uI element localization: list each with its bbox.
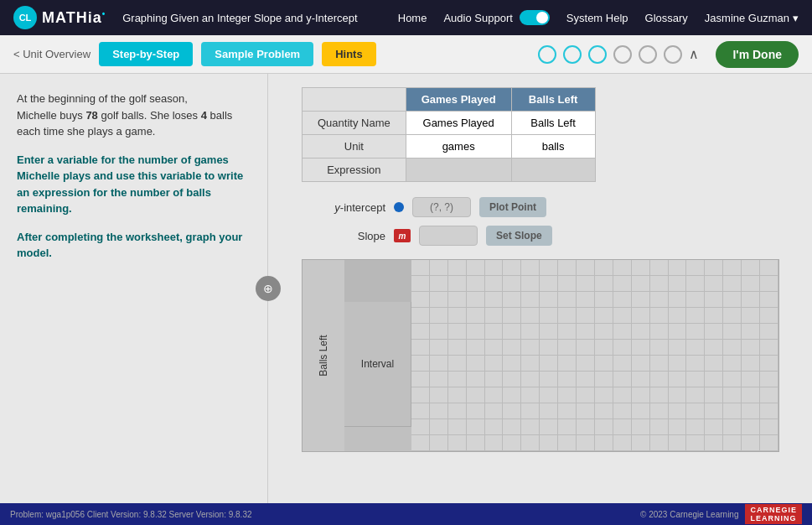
row3-col2[interactable] bbox=[511, 159, 595, 182]
grid-cell bbox=[411, 419, 430, 435]
grid-cell bbox=[595, 435, 613, 451]
grid-cell bbox=[650, 340, 669, 356]
row2-col1[interactable]: games bbox=[406, 135, 511, 159]
grid-cell bbox=[595, 292, 613, 308]
grid-cell bbox=[650, 308, 669, 324]
grid-cell bbox=[577, 387, 595, 403]
grid-cell bbox=[411, 435, 430, 451]
row1-col2[interactable]: Balls Left bbox=[511, 112, 595, 135]
grid-cell bbox=[650, 276, 669, 292]
audio-toggle[interactable] bbox=[520, 10, 550, 25]
col2-header: Balls Left bbox=[511, 88, 595, 112]
grid-cell bbox=[467, 372, 485, 387]
set-slope-button[interactable]: Set Slope bbox=[486, 226, 552, 246]
grid-cell bbox=[485, 308, 504, 324]
grid-cell bbox=[760, 292, 778, 308]
grid-cell bbox=[430, 372, 448, 387]
grid-cell bbox=[723, 403, 742, 419]
grid-cell bbox=[705, 356, 723, 372]
system-help-link[interactable]: System Help bbox=[566, 12, 628, 24]
grid-cell bbox=[632, 340, 650, 356]
grid-cell bbox=[485, 435, 504, 451]
grid-cell bbox=[595, 324, 613, 340]
toolbar: < Unit Overview Step-by-Step Sample Prob… bbox=[0, 35, 812, 74]
nav-links: Home Audio Support System Help Glossary … bbox=[398, 10, 799, 25]
grid-cell bbox=[467, 308, 485, 324]
grid-cell bbox=[540, 260, 558, 276]
grid-cell bbox=[577, 356, 595, 372]
grid-cell bbox=[742, 308, 760, 324]
y-intercept-label: y-intercept bbox=[310, 201, 385, 214]
glossary-link[interactable]: Glossary bbox=[645, 12, 688, 24]
grid-cell bbox=[760, 419, 778, 435]
grid-cell bbox=[467, 435, 485, 451]
grid-cell bbox=[632, 292, 650, 308]
slope-value[interactable] bbox=[419, 226, 478, 246]
hints-button[interactable]: Hints bbox=[322, 42, 376, 66]
step-by-step-button[interactable]: Step-by-Step bbox=[99, 42, 193, 66]
grid-cell bbox=[485, 340, 504, 356]
grid-cell bbox=[613, 324, 632, 340]
grid-cell bbox=[540, 324, 558, 340]
audio-support-label: Audio Support bbox=[443, 12, 512, 24]
chevron-up-icon[interactable]: ∧ bbox=[689, 46, 699, 62]
grid-cell bbox=[448, 419, 467, 435]
top-navigation: CL MATHia• Graphing Given an Integer Slo… bbox=[0, 0, 812, 35]
grid-cell bbox=[723, 419, 742, 435]
grid-cell bbox=[430, 419, 448, 435]
grid-cell bbox=[503, 356, 521, 372]
row1-label: Quantity Name bbox=[303, 112, 406, 135]
status-right: © 2023 Carnegie Learning CARNEGIE LEARNI… bbox=[640, 504, 802, 524]
user-menu[interactable]: Jasmine Guzman ▾ bbox=[705, 12, 799, 24]
grid-cell bbox=[521, 308, 540, 324]
grid-cell bbox=[577, 340, 595, 356]
progress-area: ∧ bbox=[385, 45, 700, 64]
slope-label: Slope bbox=[310, 230, 385, 242]
grid-cell bbox=[742, 387, 760, 403]
grid-cell bbox=[503, 260, 521, 276]
graph-top-left-block bbox=[344, 260, 411, 302]
grid-cell bbox=[540, 372, 558, 387]
im-done-button[interactable]: I'm Done bbox=[716, 41, 799, 68]
grid-cell bbox=[705, 260, 723, 276]
table-row-unit: Unit games balls bbox=[303, 135, 596, 159]
grid-cell bbox=[430, 387, 448, 403]
row3-col1[interactable] bbox=[406, 159, 511, 182]
row2-col2[interactable]: balls bbox=[511, 135, 595, 159]
grid-cell bbox=[485, 387, 504, 403]
grid-cell bbox=[411, 403, 430, 419]
grid-cell bbox=[650, 419, 669, 435]
grid-cell bbox=[632, 260, 650, 276]
progress-circle-6 bbox=[664, 45, 682, 64]
carnegie-logo: CARNEGIE LEARNING bbox=[745, 504, 802, 524]
grid-cell bbox=[705, 276, 723, 292]
status-bar: Problem: wga1p056 Client Version: 9.8.32… bbox=[0, 503, 812, 525]
grid-cell bbox=[467, 419, 485, 435]
grid-cell bbox=[613, 276, 632, 292]
user-chevron-icon: ▾ bbox=[793, 12, 799, 24]
grid-cell bbox=[742, 276, 760, 292]
grid-cell bbox=[742, 292, 760, 308]
home-link[interactable]: Home bbox=[398, 12, 427, 24]
grid-cell bbox=[430, 403, 448, 419]
grid-cell bbox=[503, 403, 521, 419]
grid-cell bbox=[669, 356, 687, 372]
grid-cell bbox=[448, 276, 467, 292]
grid-cell bbox=[503, 276, 521, 292]
grid-cell bbox=[686, 387, 705, 403]
y-intercept-value[interactable]: (?, ?) bbox=[412, 197, 471, 217]
grid-cell bbox=[558, 340, 577, 356]
row1-col1[interactable]: Games Played bbox=[406, 112, 511, 135]
grid-cell bbox=[705, 324, 723, 340]
grid-cell bbox=[503, 324, 521, 340]
sample-problem-button[interactable]: Sample Problem bbox=[201, 42, 313, 66]
grid-cell bbox=[485, 324, 504, 340]
plot-point-button[interactable]: Plot Point bbox=[479, 197, 546, 217]
progress-circle-2 bbox=[563, 45, 582, 64]
grid-cell bbox=[411, 308, 430, 324]
grid-cell bbox=[521, 372, 540, 387]
unit-overview-link[interactable]: < Unit Overview bbox=[13, 48, 91, 60]
grid-cell bbox=[430, 260, 448, 276]
grid-cell bbox=[705, 292, 723, 308]
expand-icon[interactable]: ⊕ bbox=[256, 276, 281, 301]
